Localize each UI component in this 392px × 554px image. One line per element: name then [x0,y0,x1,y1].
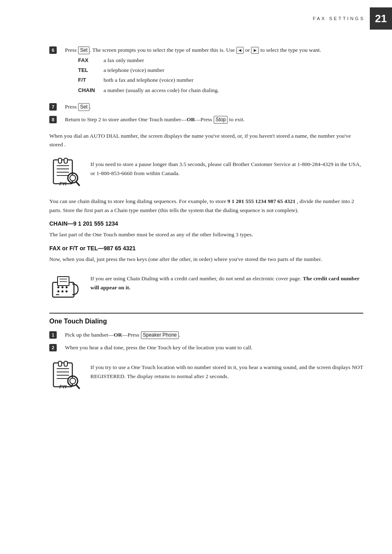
step-6-text2: to select the type you want. [259,47,321,53]
svg-rect-5 [58,158,62,163]
svg-rect-22 [53,363,72,387]
ot-section: One Touch Dialing 1 Pick up the handset—… [49,313,363,392]
credit-card-text: If you are using Chain Dialing with a cr… [90,271,363,292]
page-header: FAX SETTINGS 21 [0,0,392,34]
svg-point-15 [58,286,60,289]
svg-point-16 [62,286,64,289]
ot-step-2-number: 2 [49,344,62,351]
set-key-2: Set [78,103,90,111]
speaker-phone-key: Speaker Phone [141,331,179,339]
ot-step-1-text1: Pick up the handset—OR—Press [65,332,141,338]
chain-para-1: The last part of the One Touch number mu… [49,230,363,239]
def-fax-term: FAX [78,56,104,65]
step-8-number: 8 [49,115,62,123]
header-right: FAX SETTINGS 21 [313,7,392,30]
fyi-block-2: FYI If you try to use a One Touch locati… [49,360,363,392]
svg-point-20 [66,291,68,293]
def-ft: F/T both a fax and telephone (voice) num… [78,76,321,84]
ot-step-1-end: . [179,332,180,338]
step-7: 7 Press Set. [49,103,363,111]
step-7-circle: 7 [49,103,57,111]
def-chain: CHAIN a number (usually an access code) … [78,86,321,95]
fyi-text-2: If you try to use a One Touch location w… [90,360,363,381]
main-content: 6 Press Set. The screen prompts you to s… [0,34,392,416]
chain-heading-2: FAX or F/T or TEL—987 65 4321 [49,245,363,252]
ot-step-2-content: When you hear a dial tone, press the One… [65,344,253,352]
para-chain-text1: You can use chain dialing to store long … [49,198,226,204]
header-title: FAX SETTINGS [313,16,365,21]
svg-rect-6 [64,158,67,163]
section-heading-ot: One Touch Dialing [49,318,363,325]
def-tel: TEL a telephone (voice) number [78,66,321,74]
step-8-text3: to exit. [228,116,244,122]
def-ft-desc: both a fax and telephone (voice) number [104,76,194,84]
svg-point-18 [58,291,60,293]
ot-step-1-number: 1 [49,331,62,339]
fyi-icon-1: FYI [49,157,82,189]
credit-card-icon [49,271,82,304]
def-ft-term: F/T [78,76,104,84]
ot-step-1-circle: 1 [49,331,57,339]
chain-heading-1: CHAIN—9 1 201 555 1234 [49,220,363,227]
page-number: 21 [370,7,392,30]
def-chain-desc: a number (usually an access code) for ch… [104,86,219,95]
section-divider [49,313,363,314]
svg-line-32 [76,385,79,388]
svg-point-9 [70,175,76,181]
step-8-content: Return to Step 2 to store another One To… [65,115,244,124]
svg-point-19 [62,291,64,293]
step-7-content: Press Set. [65,103,91,111]
def-fax: FAX a fax only number [78,56,321,65]
chain-number-bold: 9 1 201 555 1234 987 65 4321 [228,198,295,204]
fyi-block-1: FYI If you need to store a pause longer … [49,157,363,189]
definitions-table: FAX a fax only number TEL a telephone (v… [78,56,321,95]
credit-card-block: If you are using Chain Dialing with a cr… [49,271,363,304]
svg-rect-27 [58,361,62,366]
svg-point-17 [66,286,68,289]
set-key-1: Set [78,46,90,54]
credit-card-text-1: If you are using Chain Dialing with a cr… [90,275,301,282]
step-6-text1: . The screen prompts you to select the t… [90,47,236,53]
step-6-content: Press Set. The screen prompts you to sel… [65,46,321,99]
svg-line-10 [76,182,79,185]
step-8: 8 Return to Step 2 to store another One … [49,115,363,124]
svg-rect-12 [58,277,69,286]
svg-text:FYI: FYI [59,384,67,389]
svg-rect-28 [64,361,67,366]
step-8-circle: 8 [49,116,57,123]
stop-key: Stop [214,116,228,124]
ot-step-2-circle: 2 [49,344,57,351]
step-7-number: 7 [49,103,62,111]
para-autodial: When you dial an AUTO DIAL number, the s… [49,132,363,149]
def-tel-term: TEL [78,66,104,74]
svg-point-31 [70,378,76,384]
step-6-circle: 6 [49,46,57,54]
step-6-number: 6 [49,46,62,54]
def-tel-desc: a telephone (voice) number [104,66,164,74]
step-8-text1: Return to Step 2 to store another One To… [65,116,214,122]
def-fax-desc: a fax only number [104,56,144,65]
para-chain-intro: You can use chain dialing to store long … [49,197,363,215]
ot-step-1-content: Pick up the handset—OR—Press Speaker Pho… [65,331,180,339]
step-6-or: or [244,47,251,53]
fyi-text-1: If you need to store a pause longer than… [90,157,363,178]
ot-step-1: 1 Pick up the handset—OR—Press Speaker P… [49,331,363,339]
svg-rect-0 [53,160,72,184]
step-7-text: Press [65,104,78,110]
def-chain-term: CHAIN [78,86,104,95]
right-arrow-key: ► [251,47,259,54]
fyi-icon-2: FYI [49,360,82,392]
page: FAX SETTINGS 21 6 Press Set. The screen … [0,0,392,554]
step-6: 6 Press Set. The screen prompts you to s… [49,46,363,99]
chain-para-2: Now, when you dial, just press the two k… [49,255,363,264]
step-7-end: . [90,104,91,110]
svg-text:FYI: FYI [59,181,67,186]
ot-step-2: 2 When you hear a dial tone, press the O… [49,344,363,352]
step-6-press: Press [65,47,78,53]
left-arrow-key: ◄ [236,47,244,54]
